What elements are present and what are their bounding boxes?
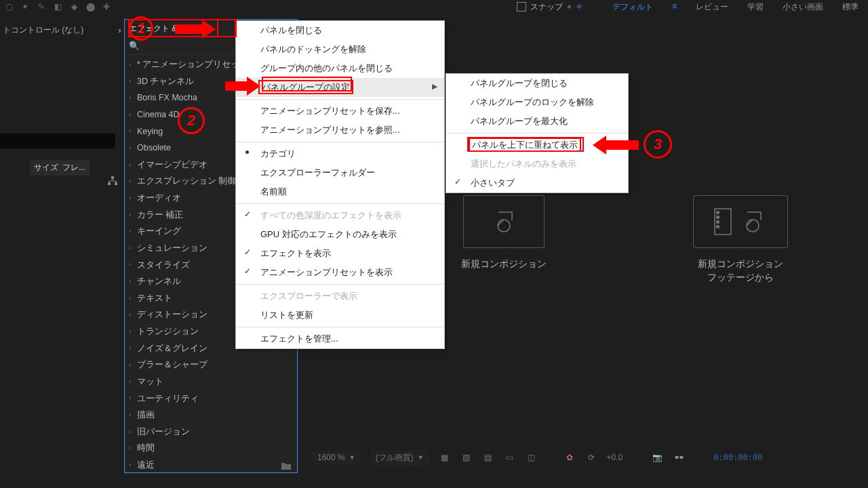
hierarchy-icon[interactable] — [107, 176, 118, 188]
tool-icon[interactable]: ✎ — [35, 1, 47, 12]
tool-icon[interactable]: ▢ — [3, 1, 15, 12]
category-label: ブラー＆シャープ — [137, 358, 208, 372]
collapse-chevrons-icon[interactable]: ›› — [118, 26, 119, 35]
new-composition-card[interactable]: 新規コンポジション — [461, 195, 547, 271]
category-label: スタイライズ — [137, 258, 190, 272]
top-toolbar: ▢ ✦ ✎ ◧ ◆ ⬤ ✚ スナップ ⌖ ✧ デフォルト ≡ レビュー 学習 小… — [0, 0, 868, 14]
category-label: カラー 補正 — [137, 208, 183, 222]
category-label: Keying — [137, 125, 163, 139]
new-comp-footage-icon — [693, 195, 788, 248]
menu-item[interactable]: パネルを閉じる — [236, 21, 444, 40]
effects-category-item[interactable]: ›旧バージョン — [125, 424, 297, 441]
tool-icon[interactable]: ⬤ — [84, 1, 96, 12]
category-label: マット — [137, 375, 163, 389]
check-icon: ✓ — [244, 266, 251, 276]
composition-viewer: 新規コンポジション 新規コンポジション フッテージから — [298, 61, 867, 461]
caret-right-icon: › — [129, 126, 134, 136]
zoom-dropdown[interactable]: 1600 %▼ — [312, 451, 361, 464]
category-label: オーディオ — [137, 191, 181, 205]
snap-target-icon[interactable]: ✧ — [576, 2, 583, 12]
snap-magnet-icon[interactable]: ⌖ — [567, 2, 572, 12]
svg-rect-1 — [108, 182, 111, 185]
snapshot-icon[interactable]: 📷 — [651, 452, 663, 463]
effects-category-item[interactable]: ›時間 — [125, 440, 297, 457]
caret-right-icon: › — [129, 110, 134, 120]
viewer-icon[interactable]: ▭ — [504, 452, 516, 463]
svg-rect-6 — [717, 216, 719, 218]
workspace-tab-learn[interactable]: 学習 — [747, 1, 764, 13]
effects-category-item[interactable]: ›ブラー＆シャープ — [125, 357, 297, 373]
annotation-circle-1: 1 — [129, 16, 153, 41]
annotation-box-2 — [262, 77, 352, 92]
svg-rect-8 — [717, 226, 719, 228]
timecode-display[interactable]: 0:00:00:00 — [713, 453, 762, 462]
effects-category-item[interactable]: ›ユーティリティ — [125, 390, 297, 407]
annotation-circle-2: 2 — [178, 107, 205, 134]
menu-item-label: パネルのドッキングを解除 — [260, 44, 366, 54]
viewer-icon[interactable]: ▤ — [482, 452, 494, 463]
workspace-tab-review[interactable]: レビュー — [696, 1, 728, 13]
viewer-icon[interactable]: ▧ — [460, 452, 473, 463]
menu-item[interactable]: パネルのドッキングを解除 — [236, 40, 444, 59]
tool-icon[interactable]: ◧ — [52, 1, 64, 12]
tool-icon[interactable]: ✚ — [100, 1, 113, 12]
workspace-tab-standard[interactable]: 標準 — [842, 1, 859, 13]
effects-category-item[interactable]: ›遠近 — [125, 457, 297, 474]
caret-right-icon: › — [129, 443, 134, 453]
category-label: エクスプレッション 制御 — [137, 174, 236, 188]
caret-right-icon: › — [129, 410, 134, 420]
exposure-value[interactable]: +0.0 — [607, 453, 623, 462]
size-frame-labels: サイズ フレ... — [30, 160, 90, 176]
panel-new-bin-icon[interactable] — [278, 459, 294, 472]
tool-icon[interactable]: ◆ — [68, 1, 80, 12]
new-comp-footage-label: 新規コンポジション フッテージから — [698, 258, 783, 284]
tool-icon[interactable]: ✦ — [19, 1, 31, 12]
workspace-tab-small[interactable]: 小さい画面 — [783, 1, 823, 13]
caret-right-icon: › — [129, 260, 134, 270]
effect-controls-label: トコントロール (なし) — [3, 24, 83, 36]
category-label: 旧バージョン — [137, 425, 190, 439]
caret-right-icon: › — [129, 176, 134, 186]
menu-item-label: パネルを閉じる — [260, 25, 322, 35]
new-comp-label: 新規コンポジション — [461, 258, 547, 271]
search-icon[interactable]: 🔍 — [129, 41, 140, 51]
caret-right-icon: › — [129, 327, 134, 337]
caret-right-icon: › — [129, 60, 134, 70]
svg-point-3 — [498, 220, 510, 232]
viewer-icon[interactable]: ◫ — [526, 452, 538, 463]
viewer-icon[interactable]: ▦ — [439, 452, 451, 463]
caret-right-icon: › — [129, 243, 134, 253]
caret-right-icon: › — [129, 226, 134, 237]
color-mgmt-icon[interactable]: ✿ — [564, 452, 576, 463]
caret-right-icon: › — [129, 310, 134, 320]
svg-point-9 — [747, 220, 759, 232]
caret-right-icon: › — [129, 293, 134, 304]
effects-category-item[interactable]: ›描画 — [125, 407, 297, 424]
workspace-tabs: デフォルト ≡ レビュー 学習 小さい画面 標準 — [612, 1, 859, 13]
snap-label: スナップ — [530, 1, 563, 13]
annotation-box-hamburger — [217, 19, 236, 37]
category-label: トランジション — [137, 325, 199, 339]
snap-checkbox[interactable] — [517, 2, 526, 12]
category-label: 3D チャンネル — [137, 75, 194, 89]
bullet-icon — [245, 150, 249, 154]
caret-right-icon: › — [129, 377, 134, 387]
new-comp-from-footage-card[interactable]: 新規コンポジション フッテージから — [693, 195, 788, 284]
check-icon: ✓ — [244, 247, 251, 257]
caret-right-icon: › — [129, 360, 134, 370]
category-label: 遠近 — [137, 458, 155, 472]
effects-category-item[interactable]: ›マット — [125, 373, 297, 390]
caret-right-icon: › — [129, 393, 134, 403]
category-label: ディストーション — [137, 308, 208, 322]
resolution-dropdown[interactable]: (フル画質)▼ — [370, 450, 429, 466]
workspace-tab-default[interactable]: デフォルト — [612, 1, 653, 13]
category-label: シミュレーション — [137, 241, 208, 256]
search-field-dark[interactable] — [0, 134, 115, 148]
new-comp-icon — [463, 195, 545, 248]
annotation-arrow-3 — [593, 136, 639, 155]
frame-label: フレ... — [62, 162, 85, 174]
workspace-menu-icon[interactable]: ≡ — [672, 1, 677, 13]
annotation-arrow-1 — [175, 20, 216, 39]
refresh-icon[interactable]: ⟳ — [585, 452, 597, 463]
show-snapshot-icon[interactable]: 👓 — [673, 452, 685, 463]
